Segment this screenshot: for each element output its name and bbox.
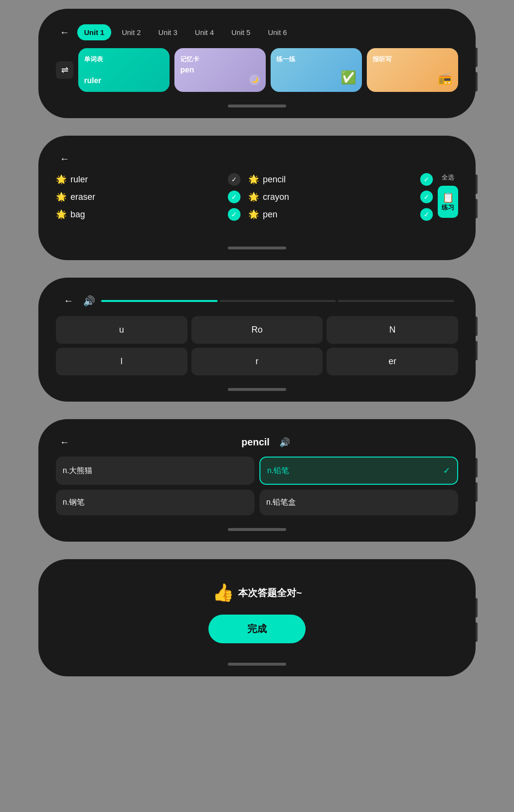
key-l[interactable]: l xyxy=(56,348,188,375)
mc-option-pencilcase[interactable]: n.铅笔盒 xyxy=(259,490,458,515)
key-ro[interactable]: Ro xyxy=(191,316,323,344)
tab-unit1[interactable]: Unit 1 xyxy=(77,24,111,40)
mc-speaker-button[interactable]: 🔊 xyxy=(279,437,290,448)
swap-button[interactable]: ⇌ xyxy=(56,61,73,79)
check-mark-ruler: ✓ xyxy=(231,176,237,183)
panel3-content: ← 🔊 u Ro N l r er xyxy=(48,286,466,383)
device-panel-4: ← pencil 🔊 n.大熊猫 n.铅笔 ✓ n.钢笔 n.铅笔盒 xyxy=(38,419,476,542)
card-title-1: 单词表 xyxy=(84,55,103,64)
word-text-pen[interactable]: pen xyxy=(263,210,277,220)
side-button-3-mid xyxy=(476,341,478,360)
device-panel-2: ← 🌟 ruler ✓ 🌟 pencil xyxy=(38,136,476,260)
practice-label: 练习 xyxy=(442,203,454,212)
card-vocabulary[interactable]: 单词表 ruler xyxy=(78,48,170,92)
mc-option-text-pen: n.钢笔 xyxy=(63,497,85,508)
bottom-bar-4 xyxy=(228,528,286,531)
panel1-content: ← Unit 1 Unit 2 Unit 3 Unit 4 Unit 5 Uni… xyxy=(48,18,466,100)
word-list-body: 🌟 ruler ✓ 🌟 pencil ✓ xyxy=(56,173,458,221)
right-actions: 全选 📋 练习 xyxy=(438,173,458,221)
card-moon-icon: 🌙 xyxy=(249,74,260,85)
word-check-crayon[interactable]: ✓ xyxy=(420,191,433,203)
word-list-header: ← xyxy=(56,151,458,166)
word-item-pen: 🌟 pen ✓ xyxy=(248,208,433,221)
back-button-3[interactable]: ← xyxy=(60,293,77,308)
word-text-pencil[interactable]: pencil xyxy=(263,175,286,185)
screen-4: ← pencil 🔊 n.大熊猫 n.铅笔 ✓ n.钢笔 n.铅笔盒 xyxy=(48,428,466,523)
device-panel-3: ← 🔊 u Ro N l r er xyxy=(38,278,476,402)
back-button-2[interactable]: ← xyxy=(56,151,73,166)
mc-option-pen[interactable]: n.钢笔 xyxy=(56,490,255,515)
side-button-2-mid xyxy=(476,199,478,218)
word-check-eraser[interactable]: ✓ xyxy=(228,191,240,203)
side-button-top xyxy=(476,48,478,67)
screen-5: 👍 本次答题全对~ 完成 xyxy=(48,568,466,658)
card-flashcard[interactable]: 记忆卡 pen 🌙 xyxy=(174,48,266,92)
panel2-content: ← 🌟 ruler ✓ 🌟 pencil xyxy=(48,144,466,242)
back-button-1[interactable]: ← xyxy=(56,25,73,40)
word-text-crayon[interactable]: crayon xyxy=(263,192,289,202)
word-text-bag[interactable]: bag xyxy=(70,210,85,220)
screen-2: ← 🌟 ruler ✓ 🌟 pencil xyxy=(48,144,466,242)
side-button-5-top xyxy=(476,598,478,618)
key-er[interactable]: er xyxy=(326,348,458,375)
tab-unit2[interactable]: Unit 2 xyxy=(115,24,148,40)
check-mark-pencil: ✓ xyxy=(424,176,429,183)
panel4-content: ← pencil 🔊 n.大熊猫 n.铅笔 ✓ n.钢笔 n.铅笔盒 xyxy=(48,428,466,523)
speaker-button-3[interactable]: 🔊 xyxy=(83,295,95,307)
screen-1: ← Unit 1 Unit 2 Unit 3 Unit 4 Unit 5 Uni… xyxy=(48,18,466,100)
bottom-bar-2 xyxy=(228,247,286,249)
word-icon-crayon: 🌟 xyxy=(248,192,259,202)
bottom-bar-3 xyxy=(228,388,286,391)
mc-word-container: pencil 🔊 xyxy=(73,437,458,448)
completion-text: 本次答题全对~ xyxy=(238,586,302,600)
progress-seg-2 xyxy=(220,300,336,302)
check-mark-pen: ✓ xyxy=(424,211,429,218)
card-title-2: 记忆卡 xyxy=(180,55,199,64)
mc-option-pencil[interactable]: n.铅笔 ✓ xyxy=(259,457,458,485)
word-item-ruler: 🌟 ruler ✓ xyxy=(56,173,240,186)
word-check-pencil[interactable]: ✓ xyxy=(420,173,433,186)
tab-unit3[interactable]: Unit 3 xyxy=(152,24,184,40)
device-panel-1: ← Unit 1 Unit 2 Unit 3 Unit 4 Unit 5 Uni… xyxy=(38,9,476,118)
device-panel-5: 👍 本次答题全对~ 完成 xyxy=(38,559,476,676)
tab-unit4[interactable]: Unit 4 xyxy=(188,24,221,40)
complete-button[interactable]: 完成 xyxy=(208,615,306,643)
card-dictation[interactable]: 报听写 📻 xyxy=(367,48,458,92)
tab-unit5[interactable]: Unit 5 xyxy=(224,24,257,40)
swap-icon: ⇌ xyxy=(61,65,69,75)
mc-option-text-pencilcase: n.铅笔盒 xyxy=(266,497,296,508)
unit-navigation: ← Unit 1 Unit 2 Unit 3 Unit 4 Unit 5 Uni… xyxy=(56,24,458,40)
word-check-bag[interactable]: ✓ xyxy=(228,208,240,221)
practice-notebook-icon: 📋 xyxy=(442,192,454,203)
side-button-2-top xyxy=(476,175,478,194)
spell-progress xyxy=(101,300,454,302)
card-practice[interactable]: 练一练 ✅ xyxy=(271,48,362,92)
practice-button[interactable]: 📋 练习 xyxy=(438,186,458,218)
key-u[interactable]: u xyxy=(56,316,188,344)
back-button-4[interactable]: ← xyxy=(56,435,73,450)
mc-options-grid: n.大熊猫 n.铅笔 ✓ n.钢笔 n.铅笔盒 xyxy=(56,457,458,515)
mc-option-text-pencil: n.铅笔 xyxy=(267,466,289,476)
side-button-5-mid xyxy=(476,622,478,642)
key-r[interactable]: r xyxy=(191,348,323,375)
word-grid: 🌟 ruler ✓ 🌟 pencil ✓ xyxy=(56,173,433,221)
side-button-4-mid xyxy=(476,482,478,502)
screen-3: ← 🔊 u Ro N l r er xyxy=(48,286,466,383)
card-subtitle-2: pen xyxy=(180,66,194,74)
word-text-eraser[interactable]: eraser xyxy=(70,192,95,202)
radio-icon: 📻 xyxy=(438,71,452,85)
select-all-button[interactable]: 全选 xyxy=(442,173,454,182)
side-button-mid xyxy=(476,72,478,91)
mc-word: pencil xyxy=(241,437,270,448)
tab-unit6[interactable]: Unit 6 xyxy=(261,24,293,40)
card-title-4: 报听写 xyxy=(373,55,392,64)
bottom-bar-1 xyxy=(228,105,286,107)
word-text-ruler[interactable]: ruler xyxy=(70,175,88,185)
word-item-bag: 🌟 bag ✓ xyxy=(56,208,240,221)
card-title-3: 练一练 xyxy=(276,55,295,64)
mc-check-icon: ✓ xyxy=(443,465,450,476)
word-check-pen[interactable]: ✓ xyxy=(420,208,433,221)
mc-option-panda[interactable]: n.大熊猫 xyxy=(56,457,255,485)
key-n[interactable]: N xyxy=(326,316,458,344)
word-check-ruler[interactable]: ✓ xyxy=(228,173,240,186)
